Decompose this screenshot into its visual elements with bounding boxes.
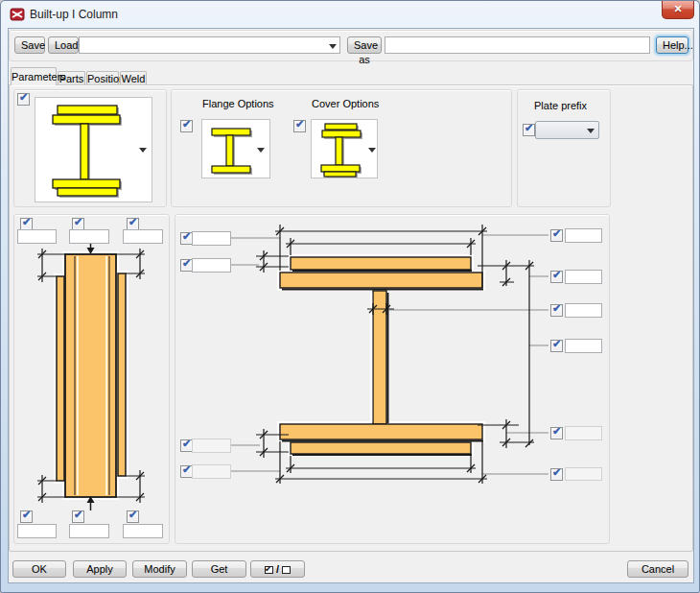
section-right-field-2[interactable] xyxy=(565,270,602,284)
section-right-checkbox-4[interactable] xyxy=(550,340,563,352)
save-as-button[interactable]: Save as xyxy=(347,36,382,54)
chevron-down-icon xyxy=(329,44,337,49)
unchecked-box-icon xyxy=(282,566,291,574)
save-as-name-input[interactable] xyxy=(385,36,650,54)
get-button[interactable]: Get xyxy=(192,560,246,578)
elev-bottom-checkbox-2[interactable] xyxy=(72,510,84,523)
cancel-button[interactable]: Cancel xyxy=(627,560,688,578)
elev-bottom-field-2[interactable] xyxy=(69,524,109,538)
section-right-checkbox-1[interactable] xyxy=(550,229,563,242)
cover-options-checkbox[interactable] xyxy=(293,120,306,132)
profile-type-dropdown[interactable] xyxy=(35,97,152,202)
built-up-i-with-covers-icon xyxy=(35,98,152,202)
chevron-down-icon xyxy=(139,148,147,153)
app-icon xyxy=(10,7,25,22)
elev-bottom-field-3[interactable] xyxy=(123,524,163,538)
elevation-groupbox xyxy=(13,214,170,544)
tab-position[interactable]: Position xyxy=(86,71,119,85)
section-left-field-1[interactable] xyxy=(192,231,231,246)
cover-options-label: Cover Options xyxy=(312,98,379,109)
elev-bottom-checkbox-3[interactable] xyxy=(127,510,139,523)
load-button[interactable]: Load xyxy=(48,36,79,54)
chevron-down-icon xyxy=(368,148,376,153)
titlebar[interactable]: Built-up I Column ✕ xyxy=(1,1,699,28)
elev-top-field-1[interactable] xyxy=(17,229,57,244)
close-button[interactable]: ✕ xyxy=(662,1,694,19)
modify-button[interactable]: Modify xyxy=(132,560,187,578)
tab-parameters[interactable]: Parameters xyxy=(11,67,57,85)
cover-options-dropdown[interactable] xyxy=(311,119,378,178)
flange-options-checkbox[interactable] xyxy=(180,120,193,132)
toggle-separator: / xyxy=(276,563,279,575)
section-right-field-3[interactable] xyxy=(565,303,602,318)
elev-top-field-3[interactable] xyxy=(123,229,163,244)
section-right-field-4[interactable] xyxy=(565,339,602,353)
plate-prefix-dropdown[interactable] xyxy=(535,121,599,139)
window-title: Built-up I Column xyxy=(30,8,118,21)
section-left-field-2[interactable] xyxy=(192,258,231,273)
section-right-field-6[interactable] xyxy=(565,467,602,481)
section-right-field-5[interactable] xyxy=(565,426,602,440)
chevron-down-icon xyxy=(587,129,595,133)
dialog-built-up-i-column: Built-up I Column ✕ Save Load Save as He… xyxy=(0,0,700,593)
section-right-checkbox-2[interactable] xyxy=(550,271,563,283)
chevron-down-icon xyxy=(257,148,265,153)
elev-bottom-checkbox-1[interactable] xyxy=(20,510,33,523)
ok-button[interactable]: OK xyxy=(12,560,66,578)
plate-prefix-checkbox[interactable] xyxy=(523,124,535,136)
profile-name-dropdown[interactable] xyxy=(79,36,340,54)
checked-box-icon xyxy=(265,566,273,574)
apply-button[interactable]: Apply xyxy=(73,560,127,578)
tab-weld[interactable]: Weld xyxy=(120,71,147,85)
section-right-checkbox-6[interactable] xyxy=(550,468,563,481)
section-left-field-4[interactable] xyxy=(192,464,231,479)
section-right-checkbox-3[interactable] xyxy=(550,304,563,317)
i-profile-with-covers-icon xyxy=(312,120,377,178)
elev-top-field-2[interactable] xyxy=(69,229,109,244)
help-button[interactable]: Help... xyxy=(656,36,688,54)
toggle-all-checkboxes-button[interactable]: / xyxy=(250,560,305,578)
save-button[interactable]: Save xyxy=(14,36,45,54)
flange-options-dropdown[interactable] xyxy=(201,119,270,178)
elev-bottom-field-1[interactable] xyxy=(17,524,57,538)
section-right-field-1[interactable] xyxy=(565,228,602,243)
flange-options-label: Flange Options xyxy=(202,98,274,109)
plate-prefix-label: Plate prefix xyxy=(534,100,587,111)
cross-section-groupbox xyxy=(175,214,610,544)
section-left-field-3[interactable] xyxy=(192,439,231,453)
section-right-checkbox-5[interactable] xyxy=(550,427,563,439)
profile-type-checkbox[interactable] xyxy=(17,93,30,106)
